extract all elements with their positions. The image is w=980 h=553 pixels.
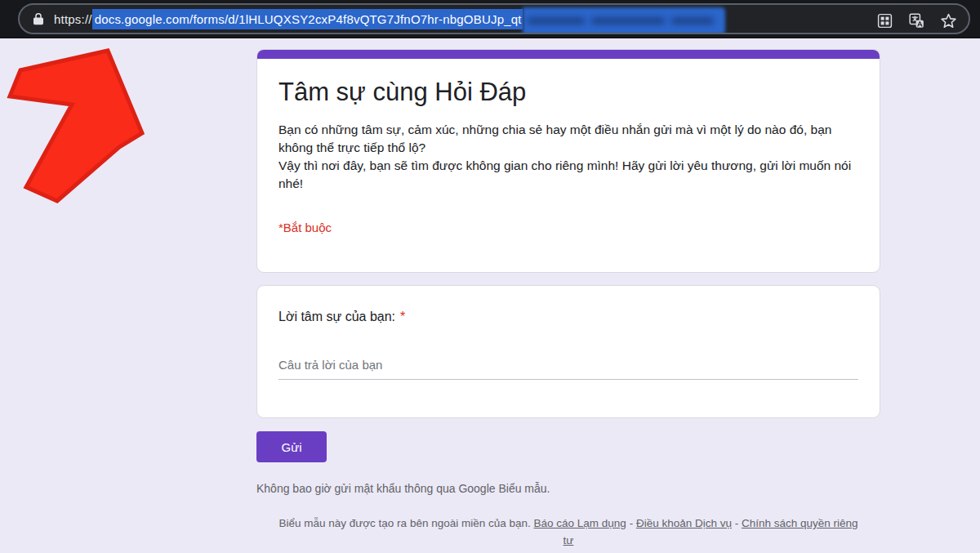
question-card: Lời tâm sự của bạn:*	[256, 285, 880, 418]
form-header-card: Tâm sự cùng Hỏi Đáp Bạn có những tâm sự,…	[256, 49, 880, 273]
url-selected-text: docs.google.com/forms/d/1lHLUQXSY2cxP4f8…	[92, 9, 523, 29]
browser-toolbar: https://docs.google.com/forms/d/1lHLUQXS…	[0, 0, 980, 38]
form-accent-bar	[257, 50, 880, 59]
footer-separator: -	[735, 517, 739, 529]
bookmark-star-icon[interactable]	[940, 12, 957, 29]
address-bar[interactable]: https://docs.google.com/forms/d/1lHLUQXS…	[18, 3, 970, 34]
lock-icon[interactable]	[31, 11, 46, 26]
apps-grid-icon[interactable]	[876, 12, 893, 29]
url-field[interactable]: https://docs.google.com/forms/d/1lHLUQXS…	[54, 5, 725, 33]
form-footer: Biểu mẫu này được tạo ra bên ngoài miền …	[256, 515, 880, 549]
password-note: Không bao giờ gửi mật khẩu thông qua Goo…	[256, 482, 880, 495]
terms-of-service-link[interactable]: Điều khoản Dịch vụ	[636, 517, 732, 529]
footer-separator: -	[630, 517, 634, 529]
footer-text: Biểu mẫu này được tạo ra bên ngoài miền …	[278, 517, 530, 529]
red-arrow-annotation-icon	[0, 39, 163, 211]
required-asterisk: *	[400, 310, 405, 323]
form-title: Tâm sự cùng Hỏi Đáp	[278, 77, 858, 108]
address-bar-actions	[876, 5, 957, 34]
question-label: Lời tâm sự của bạn:*	[278, 307, 858, 327]
question-label-text: Lời tâm sự của bạn:	[278, 310, 395, 323]
required-note: *Bắt buộc	[278, 221, 858, 234]
answer-input[interactable]	[278, 358, 858, 380]
screen: https://docs.google.com/forms/d/1lHLUQXS…	[0, 0, 980, 553]
submit-button[interactable]: Gửi	[256, 431, 327, 462]
url-scheme: https://	[54, 12, 92, 26]
translate-icon[interactable]	[908, 12, 925, 29]
form-description: Bạn có những tâm sự, cảm xúc, những chia…	[278, 121, 858, 193]
url-redacted-blur	[523, 7, 725, 34]
form-page: Tâm sự cùng Hỏi Đáp Bạn có những tâm sự,…	[256, 38, 880, 549]
report-abuse-link[interactable]: Báo cáo Lạm dụng	[534, 517, 626, 529]
